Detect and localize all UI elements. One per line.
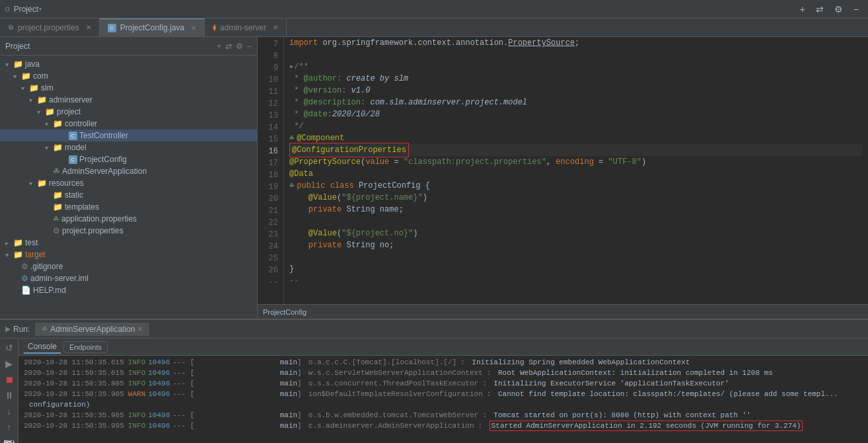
pause-btn[interactable]: ⏸ <box>3 389 15 402</box>
line-num-7: 7 <box>263 38 278 50</box>
settings-button[interactable]: ⚙ <box>830 3 847 16</box>
tree-item-test[interactable]: ▸ 📁 test <box>0 237 257 249</box>
tree-item-label: AdminServerApplication <box>62 167 147 176</box>
tree-settings-btn[interactable]: ⚙ <box>236 42 243 51</box>
line-num-21: 21 <box>263 205 278 217</box>
line-num-18: 18 <box>263 169 278 181</box>
screenshot-btn[interactable]: 📷 <box>2 436 16 443</box>
tab-label: project.properties <box>18 23 79 32</box>
run-tab-close[interactable]: ✕ <box>137 325 143 333</box>
tree-item-java[interactable]: ▾ 📁 java <box>0 58 257 70</box>
line-num-22: 22 <box>263 217 278 229</box>
tree-item-resources[interactable]: ▾ 📁 resources <box>0 177 257 189</box>
tab-project-properties[interactable]: ⚙ project.properties ✕ <box>0 19 100 36</box>
scroll-up-btn[interactable]: ↑ <box>5 421 13 434</box>
bottom-panel: ▶ Run: ☘ AdminServerApplication ✕ ↺ ▶ ⏹ … <box>0 319 868 443</box>
add-button[interactable]: + <box>796 3 809 16</box>
log-line-5: 2020-10-28 11:50:35.985 INFO 10496 --- [… <box>18 410 868 421</box>
log-line-4: 2020-10-28 11:50:35.905 WARN 10496 --- [… <box>18 389 868 399</box>
tree-item-adminserverapplication[interactable]: ☘ AdminServerApplication <box>0 165 257 177</box>
line-num-17: 17 <box>263 157 278 169</box>
tree-item-project[interactable]: ▾ 📁 project <box>0 106 257 118</box>
tree-item-projectconfig[interactable]: C ProjectConfig <box>0 153 257 165</box>
stop-btn[interactable]: ⏹ <box>3 373 15 386</box>
tree-item-slm[interactable]: ▾ 📁 slm <box>0 82 257 94</box>
tree-item-label: application.properties <box>61 214 137 223</box>
code-line-22 <box>289 216 863 227</box>
code-line-23: @Value("${project.no}") <box>289 227 863 239</box>
line-num-27: -- <box>263 276 278 288</box>
scroll-down-btn[interactable]: ↓ <box>5 405 13 418</box>
code-content[interactable]: 7 8 9 10 11 12 13 14 15 16 17 18 19 20 2… <box>258 37 868 304</box>
tab-admin-server[interactable]: ⧫ admin-server ✕ <box>205 19 287 36</box>
code-line-11: * @version: v1.0 <box>289 85 863 97</box>
tree-add-btn[interactable]: + <box>217 42 221 51</box>
tab-close-icon[interactable]: ✕ <box>273 24 278 31</box>
endpoints-tab-btn[interactable]: Endpoints <box>63 341 108 353</box>
tree-item-templates[interactable]: 📁 templates <box>0 201 257 213</box>
run-app-tab[interactable]: ☘ AdminServerApplication ✕ <box>35 323 149 336</box>
tree-item-helpmd[interactable]: 📄 HELP.md <box>0 284 257 296</box>
tree-item-project-properties[interactable]: ⚙ project.properties <box>0 225 257 237</box>
folder-icon: 📁 <box>53 202 63 212</box>
code-lines[interactable]: import org.springframework.context.annot… <box>284 37 868 304</box>
code-line-14: */ <box>289 120 863 132</box>
tree-item-model[interactable]: ▾ 📁 model <box>0 141 257 153</box>
folder-icon: 📁 <box>21 71 31 81</box>
chevron-down-icon: ▾ <box>21 85 29 92</box>
line-num-23: 23 <box>263 229 278 241</box>
line-num-19: 19 <box>263 181 278 193</box>
title-actions: + ⇄ ⚙ − <box>796 3 863 16</box>
tree-item-gitignore[interactable]: ⚙ .gitignore <box>0 261 257 272</box>
console-content[interactable]: 2020-10-28 11:50:35.615 INFO 10496 --- [… <box>18 356 868 443</box>
tree-item-label: ProjectConfig <box>79 155 127 164</box>
tree-item-controller[interactable]: ▾ 📁 controller <box>0 118 257 130</box>
folder-icon: 📁 <box>37 95 47 104</box>
tree-sync-btn[interactable]: ⇄ <box>225 42 232 51</box>
chevron-down-icon: ▾ <box>45 144 53 151</box>
code-line-8 <box>289 49 863 61</box>
code-line-24: private String no; <box>289 239 863 251</box>
tree-hide-btn[interactable]: − <box>247 42 252 51</box>
console-tab-btn[interactable]: Console <box>24 341 61 354</box>
tab-close-icon[interactable]: ✕ <box>86 24 91 31</box>
line-num-26: 26 <box>263 264 278 276</box>
tab-close-icon[interactable]: ✕ <box>191 24 196 32</box>
code-line-9: ▸/** <box>289 61 863 73</box>
log-line-2: 2020-10-28 11:50:35.615 INFO 10496 --- [… <box>18 368 868 378</box>
tree-item-label: HELP.md <box>33 286 66 295</box>
line-num-10: 10 <box>263 74 278 86</box>
tab-project-config[interactable]: C ProjectConfig.java ✕ <box>100 19 205 36</box>
tree-item-iml[interactable]: ⚙ admin-server.iml <box>0 272 257 284</box>
tree-header-actions: + ⇄ ⚙ − <box>217 42 252 51</box>
tree-item-label: .gitignore <box>30 262 63 271</box>
line-num-12: 12 <box>263 98 278 110</box>
code-line-13: * @date:2020/10/28 <box>289 108 863 120</box>
tree-item-static[interactable]: 📁 static <box>0 189 257 201</box>
tree-item-label: java <box>25 60 40 69</box>
project-tree: Project + ⇄ ⚙ − ▾ 📁 java <box>0 37 258 319</box>
editor-tabs: ⚙ project.properties ✕ C ProjectConfig.j… <box>0 19 868 37</box>
tree-item-label: project.properties <box>62 226 124 235</box>
tree-item-target[interactable]: ▾ 📁 target <box>0 249 257 261</box>
minimize-button[interactable]: − <box>850 3 863 16</box>
log-line-1: 2020-10-28 11:50:35.615 INFO 10496 --- [… <box>18 357 868 368</box>
tree-item-com[interactable]: ▾ 📁 com <box>0 70 257 82</box>
project-icon: ◻ <box>5 5 10 13</box>
tree-item-adminserver[interactable]: ▾ 📁 adminserver <box>0 94 257 106</box>
code-line-21: private String name; <box>289 204 863 216</box>
folder-icon: 📁 <box>53 190 63 200</box>
props-icon: ⚙ <box>8 24 14 31</box>
gutter-leaf-icon2: ☘ <box>289 180 294 192</box>
tree-title: Project <box>5 42 30 51</box>
restart-btn[interactable]: ↺ <box>4 341 15 354</box>
chevron-right-icon: ▸ <box>5 239 13 247</box>
code-line-26: } <box>289 263 863 275</box>
console-tabs: Console Endpoints <box>18 339 868 356</box>
code-line-27: -- <box>289 275 863 287</box>
gitignore-icon: ⚙ <box>21 262 28 271</box>
tree-item-application-properties[interactable]: ☘ application.properties <box>0 213 257 225</box>
resume-btn[interactable]: ▶ <box>4 357 14 370</box>
tree-item-testcontroller[interactable]: C TestController <box>0 130 257 141</box>
sync-button[interactable]: ⇄ <box>812 3 828 16</box>
